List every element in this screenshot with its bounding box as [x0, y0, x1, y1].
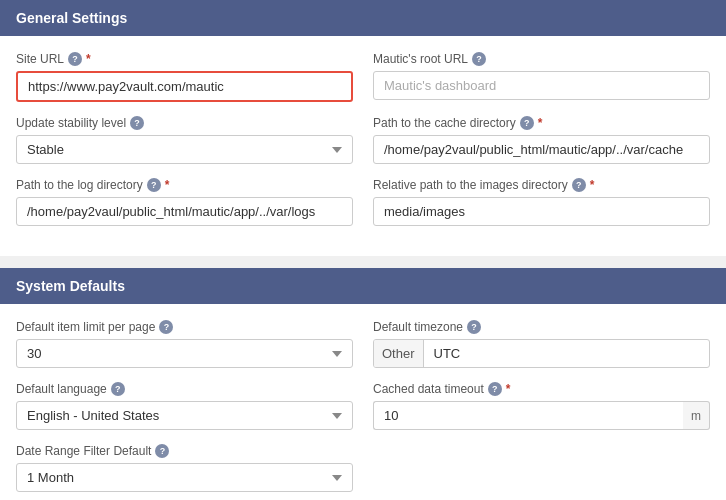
general-settings-section: General Settings Site URL ? * Mautic's r…: [0, 0, 726, 260]
path-cache-required: *: [538, 116, 543, 130]
default-language-help-icon[interactable]: ?: [111, 382, 125, 396]
row-language: Default language ? English - United Stat…: [16, 382, 710, 430]
section-gap: [0, 260, 726, 268]
timezone-value[interactable]: UTC: [424, 340, 709, 367]
site-url-help-icon[interactable]: ?: [68, 52, 82, 66]
general-settings-title: General Settings: [16, 10, 127, 26]
default-timezone-help-icon[interactable]: ?: [467, 320, 481, 334]
relative-path-images-required: *: [590, 178, 595, 192]
path-log-group: Path to the log directory ? *: [16, 178, 353, 226]
cached-data-timeout-required: *: [506, 382, 511, 396]
relative-path-images-label: Relative path to the images directory ? …: [373, 178, 710, 192]
date-range-right-placeholder: [373, 444, 710, 492]
update-stability-label: Update stability level ?: [16, 116, 353, 130]
path-log-required: *: [165, 178, 170, 192]
cached-data-timeout-label: Cached data timeout ? *: [373, 382, 710, 396]
relative-path-images-help-icon[interactable]: ?: [572, 178, 586, 192]
date-range-filter-help-icon[interactable]: ?: [155, 444, 169, 458]
system-defaults-header: System Defaults: [0, 268, 726, 304]
path-cache-input[interactable]: [373, 135, 710, 164]
relative-path-images-group: Relative path to the images directory ? …: [373, 178, 710, 226]
general-settings-body: Site URL ? * Mautic's root URL ? Update …: [0, 36, 726, 260]
cached-data-timeout-suffix: m: [683, 401, 710, 430]
system-defaults-title: System Defaults: [16, 278, 125, 294]
timezone-prefix: Other: [374, 340, 424, 367]
site-url-input[interactable]: [16, 71, 353, 102]
cached-data-timeout-input[interactable]: [373, 401, 683, 430]
system-defaults-body: Default item limit per page ? 10 20 30 5…: [0, 304, 726, 500]
update-stability-help-icon[interactable]: ?: [130, 116, 144, 130]
update-stability-select[interactable]: Stable Beta Alpha: [16, 135, 353, 164]
relative-path-images-input[interactable]: [373, 197, 710, 226]
update-stability-group: Update stability level ? Stable Beta Alp…: [16, 116, 353, 164]
cached-data-timeout-field: m: [373, 401, 710, 430]
site-url-label: Site URL ? *: [16, 52, 353, 66]
default-item-limit-select[interactable]: 10 20 30 50 100: [16, 339, 353, 368]
cached-data-timeout-group: Cached data timeout ? * m: [373, 382, 710, 430]
path-cache-group: Path to the cache directory ? *: [373, 116, 710, 164]
site-url-required: *: [86, 52, 91, 66]
path-log-input[interactable]: [16, 197, 353, 226]
path-cache-help-icon[interactable]: ?: [520, 116, 534, 130]
row-date-range: Date Range Filter Default ? 1 Month 3 Mo…: [16, 444, 710, 492]
system-defaults-section: System Defaults Default item limit per p…: [0, 268, 726, 500]
row-stability: Update stability level ? Stable Beta Alp…: [16, 116, 710, 164]
mautics-root-url-group: Mautic's root URL ?: [373, 52, 710, 102]
default-timezone-field: Other UTC: [373, 339, 710, 368]
default-language-label: Default language ?: [16, 382, 353, 396]
general-settings-header: General Settings: [0, 0, 726, 36]
path-log-label: Path to the log directory ? *: [16, 178, 353, 192]
default-item-limit-label: Default item limit per page ?: [16, 320, 353, 334]
date-range-filter-group: Date Range Filter Default ? 1 Month 3 Mo…: [16, 444, 353, 492]
date-range-filter-select[interactable]: 1 Month 3 Months 6 Months 1 Year: [16, 463, 353, 492]
default-language-select[interactable]: English - United States French German Sp…: [16, 401, 353, 430]
default-timezone-group: Default timezone ? Other UTC: [373, 320, 710, 368]
default-timezone-label: Default timezone ?: [373, 320, 710, 334]
row-item-limit: Default item limit per page ? 10 20 30 5…: [16, 320, 710, 368]
default-item-limit-help-icon[interactable]: ?: [159, 320, 173, 334]
path-cache-label: Path to the cache directory ? *: [373, 116, 710, 130]
mautics-root-url-input[interactable]: [373, 71, 710, 100]
cached-data-timeout-help-icon[interactable]: ?: [488, 382, 502, 396]
row-site-url: Site URL ? * Mautic's root URL ?: [16, 52, 710, 102]
mautics-root-url-help-icon[interactable]: ?: [472, 52, 486, 66]
date-range-filter-label: Date Range Filter Default ?: [16, 444, 353, 458]
row-log-path: Path to the log directory ? * Relative p…: [16, 178, 710, 226]
default-language-group: Default language ? English - United Stat…: [16, 382, 353, 430]
path-log-help-icon[interactable]: ?: [147, 178, 161, 192]
mautics-root-url-label: Mautic's root URL ?: [373, 52, 710, 66]
site-url-group: Site URL ? *: [16, 52, 353, 102]
default-item-limit-group: Default item limit per page ? 10 20 30 5…: [16, 320, 353, 368]
